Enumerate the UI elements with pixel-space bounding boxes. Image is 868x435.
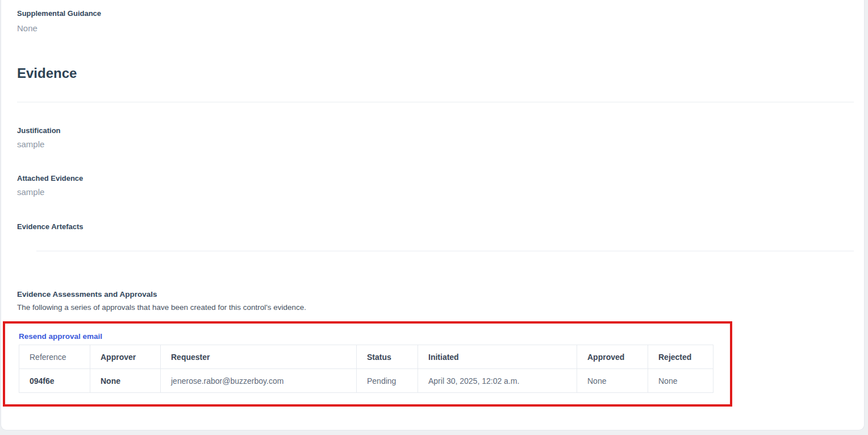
supplemental-guidance-label: Supplemental Guidance xyxy=(17,9,864,18)
column-header-approver: Approver xyxy=(90,345,161,369)
justification-value: sample xyxy=(17,139,864,150)
content-card: Supplemental Guidance None Evidence Just… xyxy=(1,0,865,430)
approvals-table: Reference Approver Requester Status Init… xyxy=(19,345,713,393)
cell-requester: jenerose.rabor@buzzerboy.com xyxy=(161,369,357,393)
section-divider xyxy=(17,102,854,102)
column-header-reference: Reference xyxy=(19,345,90,369)
justification-label: Justification xyxy=(17,126,864,135)
attached-evidence-label: Attached Evidence xyxy=(17,174,864,183)
supplemental-guidance-value: None xyxy=(17,23,864,34)
approval-table-row: 094f6e None jenerose.rabor@buzzerboy.com… xyxy=(19,369,713,393)
cell-approver: None xyxy=(90,369,161,393)
approvals-table-header-row: Reference Approver Requester Status Init… xyxy=(19,345,713,369)
cell-initiated: April 30, 2025, 12:02 a.m. xyxy=(418,369,577,393)
attached-evidence-value: sample xyxy=(17,187,864,198)
cell-status: Pending xyxy=(357,369,418,393)
approvals-highlight-box: Resend approval email Reference Approver… xyxy=(3,321,732,407)
assessments-heading: Evidence Assessments and Approvals xyxy=(17,290,864,299)
evidence-section-heading: Evidence xyxy=(17,65,864,82)
column-header-approved: Approved xyxy=(577,345,648,369)
cell-rejected: None xyxy=(648,369,713,393)
artefacts-divider xyxy=(36,251,854,251)
column-header-requester: Requester xyxy=(161,345,357,369)
cell-approved: None xyxy=(577,369,648,393)
cell-reference: 094f6e xyxy=(19,369,90,393)
column-header-status: Status xyxy=(357,345,418,369)
evidence-artefacts-label: Evidence Artefacts xyxy=(17,222,864,231)
control-detail-content: Supplemental Guidance None Evidence Just… xyxy=(1,0,864,407)
column-header-rejected: Rejected xyxy=(648,345,713,369)
column-header-initiated: Initiated xyxy=(418,345,577,369)
assessments-description: The following a series of approvals that… xyxy=(17,303,864,313)
resend-approval-email-link[interactable]: Resend approval email xyxy=(19,332,102,341)
